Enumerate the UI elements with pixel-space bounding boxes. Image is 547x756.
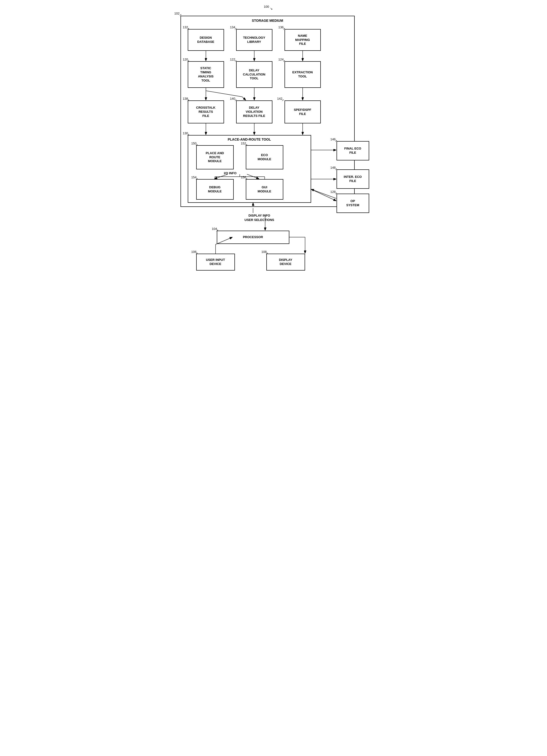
display-device-box: DISPLAYDEVICE <box>266 254 305 271</box>
design-database-box: DESIGNDATABASE <box>188 29 224 51</box>
place-route-tool-label: PLACE-AND-ROUTE TOOL <box>228 137 271 141</box>
inter-eco-file-box: INTER. ECOFILE <box>337 169 369 189</box>
extraction-tool-box: EXTRACTIONTOOL <box>285 61 321 88</box>
crosstalk-results-box: CROSSTALKRESULTSFILE <box>188 100 224 123</box>
technology-library-box: TECHNOLOGYLIBRARY <box>236 29 272 51</box>
delay-violation-box: DELAYVIOLATIONRESULTS FILE <box>236 100 272 123</box>
delay-calculation-box: DELAYCALCULATIONTOOL <box>236 61 272 88</box>
display-info-label: DISPLAY INFOUSER SELECTIONS <box>245 213 274 222</box>
ref-102: 102 <box>174 12 180 15</box>
gui-module-box: GUIMODULE <box>246 179 283 200</box>
debug-module-box: DEBUGMODULE <box>196 179 234 200</box>
ref-100: 100 <box>264 5 269 8</box>
final-eco-file-box: FINAL ECOFILE <box>337 141 369 160</box>
eco-module-box: ECOMODULE <box>246 145 283 169</box>
place-route-module-box: PLACE ANDROUTEMODULE <box>196 145 234 169</box>
static-timing-box: STATICTIMINGANALYSISTOOL <box>188 61 224 88</box>
io-info-label: I/O INFO <box>224 171 237 175</box>
processor-box: PROCESSOR <box>217 231 289 244</box>
storage-medium-label: STORAGE MEDIUM <box>252 19 283 23</box>
op-system-box: OPSYSTEM <box>337 194 369 213</box>
user-input-device-box: USER INPUTDEVICE <box>196 254 235 271</box>
spef-dspf-box: SPEF/DSPFFILE <box>285 100 321 123</box>
name-mapping-file-box: NAMEMAPPINGFILE <box>285 29 321 51</box>
